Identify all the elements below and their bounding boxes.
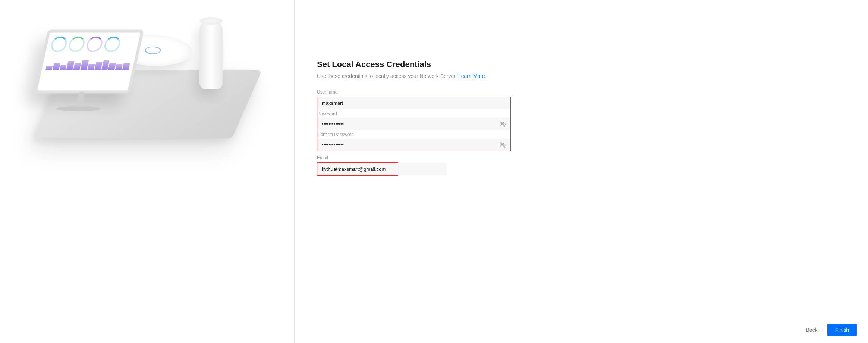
illustration-panel xyxy=(0,0,295,343)
wizard-footer: Back Finish xyxy=(806,324,857,336)
email-input[interactable] xyxy=(322,166,393,172)
subtitle-text: Use these credentials to locally access … xyxy=(317,73,458,79)
device-illustration xyxy=(17,4,278,172)
password-label: Password xyxy=(317,111,506,116)
email-field-extension xyxy=(398,163,447,175)
confirm-password-row xyxy=(317,139,510,151)
illustration-monitor xyxy=(31,29,144,104)
username-input[interactable] xyxy=(322,100,506,106)
form-panel: Set Local Access Credentials Use these c… xyxy=(295,0,868,343)
password-input[interactable] xyxy=(322,121,506,127)
eye-off-icon[interactable] xyxy=(499,121,506,128)
learn-more-link[interactable]: Learn More xyxy=(458,73,485,79)
back-button[interactable]: Back xyxy=(806,327,818,333)
confirm-password-input[interactable] xyxy=(322,142,506,148)
email-highlight-box xyxy=(317,162,398,176)
finish-button[interactable]: Finish xyxy=(827,324,857,336)
page-title: Set Local Access Credentials xyxy=(317,60,511,69)
email-label: Email xyxy=(317,155,511,160)
illustration-cylinder-device xyxy=(199,19,223,89)
page-subtitle: Use these credentials to locally access … xyxy=(317,73,511,79)
eye-off-icon[interactable] xyxy=(499,142,506,148)
username-row xyxy=(317,97,510,109)
confirm-password-label: Confirm Password xyxy=(317,132,506,137)
credentials-highlight-box: Password Confirm Password xyxy=(317,97,511,151)
password-row xyxy=(317,118,510,130)
username-label: Username xyxy=(317,89,511,95)
